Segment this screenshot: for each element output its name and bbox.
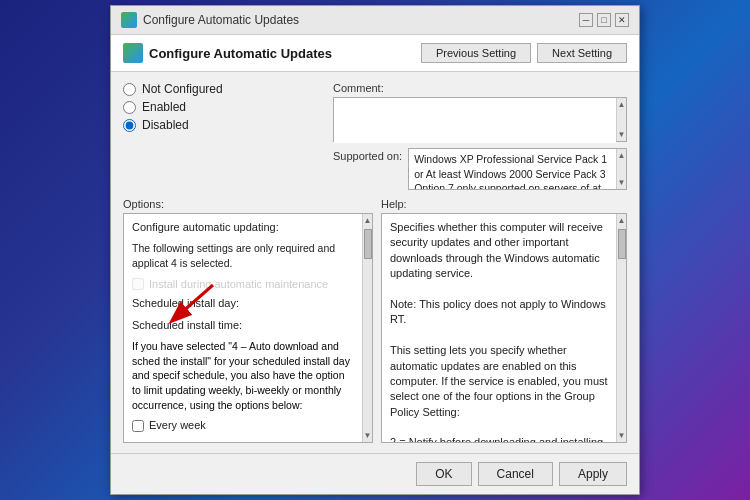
enabled-row: Enabled [123,100,323,114]
help-content: Specifies whether this computer will rec… [382,214,616,442]
cancel-button[interactable]: Cancel [478,462,553,486]
minimize-button[interactable]: ─ [579,13,593,27]
header-icon [123,43,143,63]
configure-label: Configure automatic updating: [132,220,354,235]
comment-input[interactable] [334,98,616,143]
header-buttons: Previous Setting Next Setting [421,43,627,63]
options-scroll-down-icon[interactable]: ▼ [364,429,372,442]
title-bar: Configure Automatic Updates ─ □ ✕ [111,6,639,35]
options-scroll-thumb[interactable] [364,229,372,259]
window-controls: ─ □ ✕ [579,13,629,27]
next-setting-button[interactable]: Next Setting [537,43,627,63]
options-label: Options: [123,198,373,210]
help-panel: Help: Specifies whether this computer wi… [381,198,627,443]
not-configured-label: Not Configured [142,82,223,96]
title-bar-left: Configure Automatic Updates [121,12,299,28]
schedule-note: If you have selected "4 – Auto download … [132,339,354,412]
options-scrollbar: ▲ ▼ [362,214,372,442]
help-scroll-down-icon[interactable]: ▼ [618,429,626,442]
close-button[interactable]: ✕ [615,13,629,27]
disabled-radio[interactable] [123,119,136,132]
enabled-radio[interactable] [123,101,136,114]
disabled-row: Disabled [123,118,323,132]
title-bar-text: Configure Automatic Updates [143,13,299,27]
not-configured-radio[interactable] [123,83,136,96]
supported-section: Supported on: Windows XP Professional Se… [333,148,627,190]
radio-section: Not Configured Enabled Disabled [123,82,323,132]
footer-buttons: OK Cancel Apply [111,453,639,494]
maximize-button[interactable]: □ [597,13,611,27]
apply-button[interactable]: Apply [559,462,627,486]
supported-scroll-down-icon[interactable]: ▼ [618,176,626,189]
supported-scroll-up-icon[interactable]: ▲ [618,149,626,162]
main-dialog: Configure Automatic Updates ─ □ ✕ Config… [110,5,640,495]
comment-label: Comment: [333,82,627,94]
every-week-checkbox[interactable] [132,420,144,432]
dialog-body: Not Configured Enabled Disabled Comment: [111,72,639,453]
options-scroll-up-icon[interactable]: ▲ [364,214,372,227]
scroll-down-icon[interactable]: ▼ [618,128,626,141]
supported-label: Supported on: [333,150,402,190]
previous-setting-button[interactable]: Previous Setting [421,43,531,63]
dialog-header: Configure Automatic Updates Previous Set… [111,35,639,72]
dialog-icon [121,12,137,28]
header-title: Configure Automatic Updates [149,46,332,61]
scroll-up-icon[interactable]: ▲ [618,98,626,111]
not-configured-row: Not Configured [123,82,323,96]
supported-scrollbar: ▲ ▼ [616,149,626,189]
help-scroll-up-icon[interactable]: ▲ [618,214,626,227]
ok-button[interactable]: OK [416,462,471,486]
scheduled-day-label: Scheduled install day: [132,296,354,311]
comment-scrollbar: ▲ ▼ [616,98,626,141]
options-content: Configure automatic updating: The follow… [124,214,362,442]
install-maintenance-label: Install during automatic maintenance [149,277,328,292]
required-note: The following settings are only required… [132,241,354,270]
supported-text: Windows XP Professional Service Pack 1 o… [409,149,616,189]
help-scroll-thumb[interactable] [618,229,626,259]
help-box: Specifies whether this computer will rec… [381,213,627,443]
install-maintenance-row: Install during automatic maintenance [132,277,354,292]
help-scrollbar: ▲ ▼ [616,214,626,442]
options-box: Configure automatic updating: The follow… [123,213,373,443]
every-week-row: Every week [132,418,354,433]
install-maintenance-checkbox[interactable] [132,278,144,290]
disabled-label: Disabled [142,118,189,132]
options-help-section: Options: Configure automatic updating: T… [123,198,627,443]
help-label: Help: [381,198,627,210]
header-left: Configure Automatic Updates [123,43,332,63]
enabled-label: Enabled [142,100,186,114]
every-week-label: Every week [149,418,206,433]
options-panel: Options: Configure automatic updating: T… [123,198,373,443]
scheduled-time-label: Scheduled install time: [132,318,354,333]
